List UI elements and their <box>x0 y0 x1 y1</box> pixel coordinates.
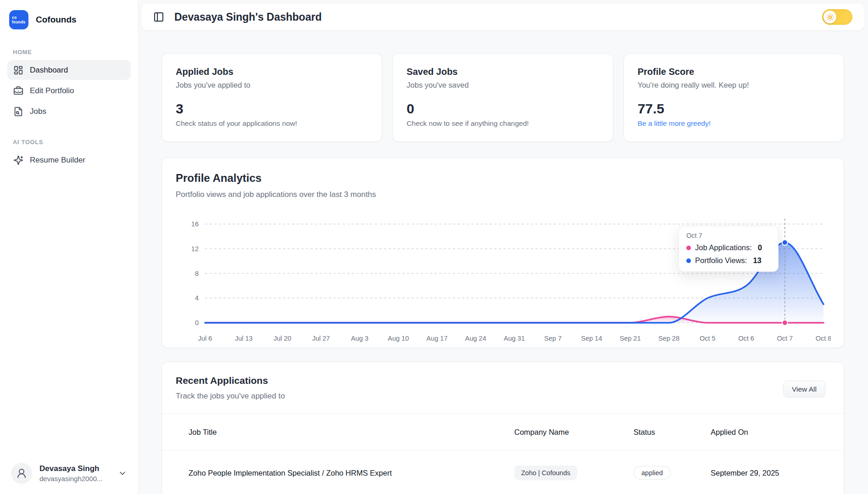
tooltip-label: Portfolio Views: <box>695 256 747 265</box>
analytics-chart[interactable]: 0481216Jul 6Jul 13Jul 20Jul 27Aug 3Aug 1… <box>176 210 830 348</box>
svg-text:16: 16 <box>191 220 199 228</box>
pink-dot-icon <box>686 246 691 250</box>
user-email: devasyasingh2000... <box>39 475 111 483</box>
chevron-down-icon <box>118 469 127 478</box>
avatar <box>11 463 32 484</box>
svg-text:Jul 13: Jul 13 <box>235 335 253 342</box>
card-subtitle: Jobs you've saved <box>406 81 599 90</box>
tooltip-value: 13 <box>753 256 761 265</box>
layout-dashboard-icon <box>13 65 23 75</box>
applied-jobs-card: Applied Jobs Jobs you've applied to 3 Ch… <box>161 53 382 142</box>
greedy-link[interactable]: Be a little more greedy! <box>638 119 711 127</box>
file-search-icon <box>13 107 23 117</box>
card-subtitle: You're doing really well. Keep up! <box>638 81 830 90</box>
svg-text:Oct 6: Oct 6 <box>738 335 754 342</box>
logo-text-bottom: founds <box>12 20 28 24</box>
svg-text:Sep 21: Sep 21 <box>620 335 641 342</box>
applications-table: Job Title Company Name Status Applied On… <box>162 413 844 494</box>
theme-toggle-knob <box>823 11 836 23</box>
column-header-job-title: Job Title <box>162 414 514 450</box>
analytics-subtitle: Portfolio views and job applications ove… <box>176 190 830 199</box>
tooltip-row: Portfolio Views: 13 <box>686 256 771 265</box>
briefcase-icon <box>13 86 23 96</box>
cofounds-logo: co founds <box>9 10 28 29</box>
content: Applied Jobs Jobs you've applied to 3 Ch… <box>139 30 868 494</box>
svg-text:Aug 10: Aug 10 <box>388 335 409 342</box>
table-row[interactable]: Zoho People Implementation Specialist / … <box>162 450 844 494</box>
main-area: Devasaya Singh's Dashboard Applied Jobs … <box>139 0 868 494</box>
svg-text:Jul 20: Jul 20 <box>273 335 291 342</box>
svg-text:12: 12 <box>191 245 199 253</box>
tooltip-label: Job Applications: <box>695 243 752 252</box>
card-footer: Check status of your applications now! <box>176 119 368 128</box>
recent-applications-header: Recent Applications Track the jobs you'v… <box>162 362 844 413</box>
recent-applications-card: Recent Applications Track the jobs you'v… <box>161 362 844 494</box>
saved-jobs-card: Saved Jobs Jobs you've saved 0 Check now… <box>392 53 613 142</box>
svg-text:Aug 31: Aug 31 <box>504 335 525 342</box>
saved-jobs-count: 0 <box>406 101 599 117</box>
applied-jobs-count: 3 <box>176 101 368 117</box>
page-title: Devasaya Singh's Dashboard <box>174 11 322 23</box>
column-header-status: Status <box>634 414 711 450</box>
sidebar-item-label: Resume Builder <box>30 156 85 165</box>
tooltip-row: Job Applications: 0 <box>686 243 771 252</box>
sidebar-item-edit-portfolio[interactable]: Edit Portfolio <box>7 81 131 101</box>
user-icon <box>16 468 27 479</box>
sidebar-item-label: Jobs <box>30 107 46 116</box>
card-footer: Check now to see if anything changed! <box>406 119 599 128</box>
sidebar: co founds Cofounds HOME Dashboard Edit P… <box>0 0 139 494</box>
svg-text:8: 8 <box>195 270 199 277</box>
svg-text:0: 0 <box>195 319 199 326</box>
user-name: Devasaya Singh <box>39 464 111 473</box>
card-title: Profile Score <box>638 67 830 77</box>
view-all-button[interactable]: View All <box>783 381 825 398</box>
profile-score-value: 77.5 <box>638 101 830 117</box>
svg-text:Jul 27: Jul 27 <box>312 335 330 342</box>
brand-name: Cofounds <box>36 15 77 25</box>
svg-text:Jul 6: Jul 6 <box>198 335 212 342</box>
stat-cards-row: Applied Jobs Jobs you've applied to 3 Ch… <box>161 53 844 142</box>
svg-text:Oct 7: Oct 7 <box>777 335 793 342</box>
user-texts: Devasaya Singh devasyasingh2000... <box>39 464 111 483</box>
tooltip-value: 0 <box>758 243 762 252</box>
user-menu[interactable]: Devasaya Singh devasyasingh2000... <box>6 459 132 488</box>
sidebar-item-jobs[interactable]: Jobs <box>7 101 131 121</box>
analytics-title: Profile Analytics <box>176 172 830 185</box>
sidebar-item-resume-builder[interactable]: Resume Builder <box>7 150 131 170</box>
sidebar-item-label: Dashboard <box>30 66 68 75</box>
profile-analytics-card: Profile Analytics Portfolio views and jo… <box>161 157 844 348</box>
card-subtitle: Jobs you've applied to <box>176 81 368 90</box>
svg-text:Sep 14: Sep 14 <box>581 335 602 342</box>
company-badge: Zoho | Cofounds <box>514 466 577 480</box>
logo-text-top: co <box>12 15 28 20</box>
tooltip-date: Oct 7 <box>686 232 771 239</box>
svg-text:Oct 8: Oct 8 <box>816 335 831 342</box>
column-header-company: Company Name <box>514 414 634 450</box>
section-label-home: HOME <box>0 49 138 56</box>
svg-text:Aug 24: Aug 24 <box>465 335 486 342</box>
card-title: Saved Jobs <box>406 67 599 77</box>
panel-left-icon <box>153 11 164 22</box>
recent-title: Recent Applications <box>176 375 830 386</box>
svg-text:4: 4 <box>195 294 199 302</box>
blue-dot-icon <box>686 258 691 263</box>
svg-text:Sep 28: Sep 28 <box>658 335 679 342</box>
svg-text:Sep 7: Sep 7 <box>544 335 562 342</box>
svg-text:Aug 3: Aug 3 <box>351 335 368 342</box>
sidebar-toggle-button[interactable] <box>153 11 165 23</box>
sidebar-nav-home: Dashboard Edit Portfolio Jobs <box>0 60 138 121</box>
chart-tooltip: Oct 7 Job Applications: 0 Portfolio View… <box>679 226 779 272</box>
svg-text:Oct 5: Oct 5 <box>700 335 716 342</box>
card-title: Applied Jobs <box>176 67 368 77</box>
brand: co founds Cofounds <box>0 0 138 39</box>
table-header-row: Job Title Company Name Status Applied On <box>162 414 844 450</box>
svg-text:Aug 17: Aug 17 <box>427 335 448 342</box>
sparkles-icon <box>13 155 23 165</box>
sidebar-item-dashboard[interactable]: Dashboard <box>7 60 131 80</box>
column-header-applied-on: Applied On <box>711 414 844 450</box>
sidebar-nav-ai-tools: Resume Builder <box>0 150 138 170</box>
theme-toggle[interactable] <box>822 9 852 25</box>
page-header: Devasaya Singh's Dashboard <box>141 4 864 30</box>
status-badge: applied <box>634 466 671 480</box>
profile-score-card: Profile Score You're doing really well. … <box>623 53 844 142</box>
